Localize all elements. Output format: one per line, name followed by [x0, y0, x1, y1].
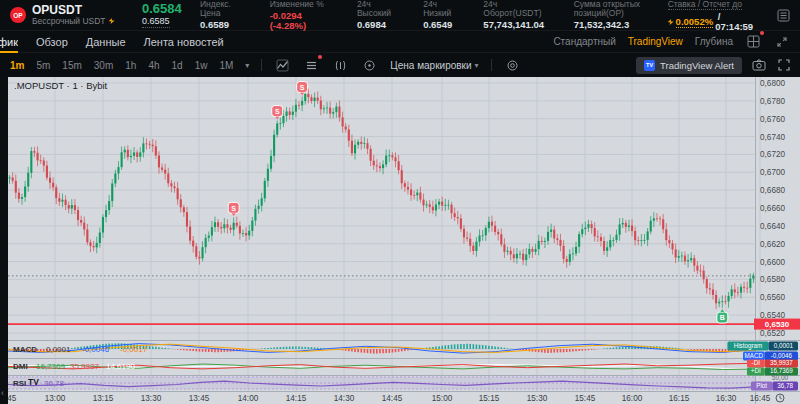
svg-text:14,6190: 14,6190 [106, 362, 135, 371]
svg-text:0,6620: 0,6620 [760, 240, 785, 249]
indicators-icon[interactable] [303, 57, 320, 74]
symbol-block[interactable]: OP OPUSDT Бессрочный USDT [10, 4, 128, 26]
svg-text:S: S [231, 205, 236, 212]
svg-text:14:45: 14:45 [382, 394, 403, 403]
svg-text:16,7369: 16,7369 [36, 362, 65, 371]
tab-overview[interactable]: Обзор [36, 36, 68, 48]
view-standard[interactable]: Стандартный [553, 36, 615, 47]
svg-text:-DI: -DI [752, 359, 761, 366]
stat-24h-high: 24ч Высокий 0.6984 [357, 0, 407, 30]
svg-text:50,00: 50,00 [772, 374, 789, 381]
chart-style-icon[interactable] [274, 57, 291, 74]
fullscreen-icon[interactable] [776, 57, 792, 73]
svg-text:0,6660: 0,6660 [760, 204, 785, 213]
interval-1M[interactable]: 1M [219, 60, 233, 71]
symbol-info-bar: OP OPUSDT Бессрочный USDT 0.6584 0.6585 … [0, 0, 800, 30]
svg-text:-0,0046: -0,0046 [771, 352, 793, 359]
svg-text:35,9937: 35,9937 [70, 362, 99, 371]
svg-text:14:30: 14:30 [334, 394, 355, 403]
interval-1w[interactable]: 1w [195, 60, 208, 71]
view-depth[interactable]: Глубина [695, 36, 733, 47]
svg-text:36,78: 36,78 [777, 382, 793, 389]
svg-text:16:30: 16:30 [716, 394, 737, 403]
svg-text:0,6720: 0,6720 [760, 150, 785, 159]
last-price: 0.6584 [142, 2, 186, 16]
svg-text:0,6680: 0,6680 [760, 186, 785, 195]
price-marks-dropdown[interactable]: Цена маркировки ▾ [390, 60, 478, 71]
funding-countdown: / 07:14:59 [715, 12, 761, 32]
chart-region: ‹ .MOPUSDT · 1 · Bybit SSSB0,68000,67800… [0, 77, 800, 404]
svg-text:0,0001: 0,0001 [774, 342, 794, 349]
svg-text:S: S [300, 84, 305, 91]
svg-text:-0,0017: -0,0017 [120, 345, 148, 354]
svg-text:12:45: 12:45 [8, 394, 17, 403]
tab-chart[interactable]: График [0, 31, 18, 53]
svg-text:36,78: 36,78 [44, 379, 65, 388]
chart-toolbar: 1m 5m 15m 30m 1h 4h 1d 1w 1M ▾ Цена марк… [0, 52, 800, 77]
svg-text:0,6580: 0,6580 [760, 275, 785, 284]
stat-funding-rate[interactable]: Ставка / Отсчет до 0.0052% / 07:14:59 [668, 0, 761, 32]
chart-area[interactable]: .MOPUSDT · 1 · Bybit SSSB0,68000,67800,6… [8, 77, 800, 404]
svg-text:15:45: 15:45 [575, 394, 596, 403]
svg-text:0,6760: 0,6760 [760, 115, 785, 124]
toolbar-collapse-chevron[interactable]: ‹ [1, 389, 4, 398]
stat-24h-low: 24ч Низкий 0.6549 [423, 0, 467, 30]
svg-text:13:00: 13:00 [45, 394, 66, 403]
drawing-toolbar-collapsed[interactable]: ‹ [0, 77, 8, 404]
target-icon[interactable] [361, 57, 378, 74]
interval-dropdown-caret[interactable]: ▾ [245, 61, 249, 70]
svg-text:Plot: Plot [756, 382, 767, 389]
stat-open-interest: Сумма открытых позиций(OP) 71,532,342.3 [574, 0, 652, 30]
contract-type-label: Бессрочный USDT [32, 16, 106, 26]
svg-text:16:45: 16:45 [750, 394, 771, 403]
market-stats: Индекс. Цена 0.6589 Изменение % -0.0294 … [200, 0, 761, 32]
interval-5m[interactable]: 5m [36, 60, 50, 71]
compare-icon[interactable] [332, 57, 349, 74]
orderbook-icon[interactable] [775, 7, 792, 24]
view-tradingview[interactable]: TradingView [628, 36, 683, 47]
price-chart-canvas[interactable]: SSSB0,68000,67800,67600,67400,67200,6700… [8, 77, 800, 404]
interval-15m[interactable]: 15m [62, 60, 81, 71]
interval-1d[interactable]: 1d [172, 60, 183, 71]
divider [491, 59, 492, 71]
interval-1m[interactable]: 1m [10, 60, 24, 71]
stat-change: Изменение % -0.0294 (-4.28%) [270, 0, 341, 31]
stat-index-price: Индекс. Цена 0.6589 [200, 0, 254, 30]
svg-text:Histogram: Histogram [734, 342, 763, 350]
interval-1h[interactable]: 1h [125, 60, 136, 71]
mark-price[interactable]: 0.6585 [142, 16, 170, 28]
svg-text:16:15: 16:15 [669, 394, 690, 403]
divider [261, 59, 262, 71]
tab-news-feed[interactable]: Лента новостей [144, 36, 224, 48]
promo-icon [109, 18, 115, 24]
price-marks-caret: ▾ [475, 61, 479, 70]
price-block: 0.6584 0.6585 [142, 2, 186, 28]
svg-text:RSI: RSI [13, 379, 26, 388]
svg-text:MACD: MACD [745, 352, 764, 359]
svg-text:DMI: DMI [13, 362, 28, 371]
screenshot-camera-icon[interactable] [750, 57, 768, 73]
chart-settings-icon[interactable] [504, 57, 521, 74]
svg-text:16:00: 16:00 [622, 394, 643, 403]
svg-text:TV: TV [28, 377, 39, 387]
interval-30m[interactable]: 30m [94, 60, 113, 71]
svg-text:13:15: 13:15 [93, 394, 114, 403]
svg-text:0,6530: 0,6530 [765, 320, 790, 329]
svg-text:13:45: 13:45 [189, 394, 210, 403]
svg-text:0,6700: 0,6700 [760, 168, 785, 177]
layout-grid-icon[interactable] [745, 33, 762, 50]
svg-text:0,6740: 0,6740 [760, 133, 785, 142]
tradingview-alert-button[interactable]: TV TradingView Alert [636, 57, 742, 74]
svg-text:15:00: 15:00 [432, 394, 453, 403]
tradingview-logo-icon: TV [644, 60, 655, 71]
svg-text:0,6640: 0,6640 [760, 222, 785, 231]
tab-data[interactable]: Данные [86, 36, 126, 48]
svg-text:15:30: 15:30 [527, 394, 548, 403]
notification-dot [760, 31, 764, 35]
stat-24h-turnover: 24ч Оборот(USDT) 57,743,141.04 [483, 0, 557, 30]
expand-icon[interactable] [774, 34, 790, 50]
symbol-name: OPUSDT [32, 4, 115, 16]
svg-text:35,9937: 35,9937 [770, 359, 793, 366]
interval-4h[interactable]: 4h [148, 60, 159, 71]
svg-text:+DI: +DI [751, 367, 761, 374]
